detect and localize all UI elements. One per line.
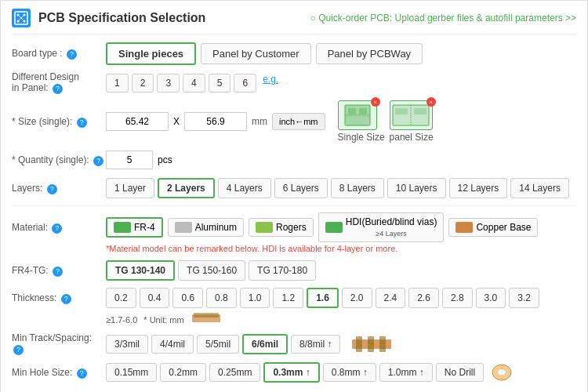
panel-size-preview: × panel Size (390, 100, 434, 143)
qty-unit: pcs (158, 154, 172, 165)
track-88[interactable]: 8/8mil ↑ (291, 335, 340, 354)
hole-help[interactable]: ? (77, 368, 87, 379)
al-icon (175, 222, 192, 233)
thick-16[interactable]: 1.6 (307, 288, 339, 308)
thick-26[interactable]: 2.6 (408, 288, 439, 308)
thickness-help[interactable]: ? (61, 294, 71, 304)
copper-icon (456, 222, 473, 233)
size-label: * Size (single): ? (12, 116, 106, 128)
material-note: *Material model can be remarked below. H… (106, 244, 397, 253)
thick-12[interactable]: 1.2 (273, 288, 303, 308)
thickness-range: ≥1.7-6.0 (106, 315, 137, 325)
board-type-help[interactable]: ? (67, 49, 77, 60)
qty-label: * Quantity (single): ? (12, 154, 106, 166)
design-btn-5[interactable]: 5 (209, 74, 231, 93)
thick-06[interactable]: 0.6 (172, 288, 203, 308)
tg-130[interactable]: TG 130-140 (106, 260, 175, 281)
size-x-input[interactable] (106, 112, 169, 131)
track-44[interactable]: 4/4mil (151, 335, 194, 354)
material-options: FR-4 Aluminum Rogers HDI(Buried/blind vi… (106, 212, 538, 242)
board-type-panel-customer[interactable]: Panel by Customer (201, 43, 311, 64)
track-icon (348, 333, 395, 355)
hole-10[interactable]: 1.0mm ↑ (379, 363, 433, 382)
svg-rect-18 (356, 336, 362, 352)
fr4tg-help[interactable]: ? (53, 267, 63, 277)
hole-08[interactable]: 0.8mm ↑ (323, 363, 376, 382)
thick-10[interactable]: 1.0 (240, 288, 270, 308)
design-btn-2[interactable]: 2 (132, 74, 154, 93)
board-type-single[interactable]: Single pieces (106, 42, 196, 65)
design-help[interactable]: ? (53, 84, 63, 94)
thickness-options: 0.2 0.4 0.6 0.8 1.0 1.2 1.6 2.0 2.4 2.6 … (106, 288, 539, 308)
hole-03[interactable]: 0.3mm ↑ (263, 362, 319, 383)
close-single[interactable]: × (371, 97, 380, 107)
layer-8[interactable]: 8 Layers (331, 178, 384, 198)
qty-input[interactable] (106, 151, 153, 169)
layer-14[interactable]: 14 Layers (510, 178, 569, 198)
quick-order-link[interactable]: ○ Quick-order PCB: Upload gerber files &… (310, 13, 576, 24)
layers-options: 1 Layer 2 Layers 4 Layers 6 Layers 8 Lay… (106, 178, 569, 198)
material-copper[interactable]: Copper Base (448, 218, 538, 237)
material-rogers[interactable]: Rogers (249, 218, 314, 237)
thick-20[interactable]: 2.0 (342, 288, 372, 308)
track-55[interactable]: 5/5mil (197, 335, 239, 354)
svg-rect-9 (359, 108, 367, 114)
layer-10[interactable]: 10 Layers (387, 178, 446, 198)
hole-no-drill[interactable]: No Drill (436, 363, 484, 382)
layer-6[interactable]: 6 Layers (274, 178, 328, 198)
thick-28[interactable]: 2.8 (442, 288, 473, 308)
unit-toggle-btn[interactable]: inch←mm (272, 113, 325, 130)
size-y-input[interactable] (184, 112, 247, 131)
rogers-icon (256, 222, 273, 233)
qty-row: pcs (106, 151, 172, 169)
hole-015[interactable]: 0.15mm (106, 363, 157, 382)
layer-1[interactable]: 1 Layer (106, 178, 154, 198)
thick-24[interactable]: 2.4 (376, 288, 406, 308)
hole-label: Min Hole Size: ? (12, 367, 106, 379)
thickness-label: Thickness: ? (12, 292, 106, 304)
layer-4[interactable]: 4 Layers (218, 178, 271, 198)
hole-02[interactable]: 0.2mm (160, 363, 206, 382)
thick-08[interactable]: 0.8 (206, 288, 237, 308)
thickness-icon (191, 310, 222, 326)
layers-help[interactable]: ? (47, 184, 57, 194)
svg-rect-19 (368, 336, 374, 352)
size-unit: mm (252, 116, 267, 127)
material-fr4[interactable]: FR-4 (106, 217, 163, 238)
single-size-preview: × Single Size (338, 100, 385, 143)
track-66[interactable]: 6/6mil (242, 334, 288, 354)
thick-32[interactable]: 3.2 (509, 288, 539, 308)
tg-150[interactable]: TG 150-160 (178, 260, 245, 281)
hole-025[interactable]: 0.25mm (209, 363, 260, 382)
svg-rect-13 (395, 108, 408, 114)
thick-04[interactable]: 0.4 (140, 288, 170, 308)
svg-rect-14 (414, 108, 426, 114)
svg-rect-16 (194, 313, 219, 318)
thick-30[interactable]: 3.0 (476, 288, 506, 308)
size-inputs: X mm inch←mm × Single Size (106, 100, 434, 143)
tg-170[interactable]: TG 170-180 (249, 260, 316, 281)
track-33[interactable]: 3/3mil (106, 335, 148, 354)
thickness-unit: * Unit: mm (143, 315, 183, 325)
design-label: Different Designin Panel: ? (12, 71, 106, 94)
close-panel[interactable]: × (426, 97, 436, 107)
material-hdi[interactable]: HDI(Buried/blind vias)≥4 Layers (318, 212, 445, 242)
design-btn-3[interactable]: 3 (157, 74, 180, 93)
material-label: Material: ? (12, 222, 106, 234)
design-btn-4[interactable]: 4 (183, 74, 205, 93)
track-help[interactable]: ? (13, 345, 24, 355)
material-help[interactable]: ? (52, 223, 62, 234)
board-type-panel-pcbway[interactable]: Panel by PCBWay (316, 43, 423, 64)
size-help[interactable]: ? (77, 118, 87, 128)
design-btn-6[interactable]: 6 (234, 74, 256, 93)
pcb-icon (12, 9, 31, 27)
eg-link[interactable]: e.g. (263, 74, 278, 93)
design-btn-1[interactable]: 1 (106, 74, 129, 93)
layer-12[interactable]: 12 Layers (449, 178, 508, 198)
svg-rect-8 (348, 108, 356, 114)
layers-label: Layers: ? (12, 183, 106, 194)
qty-help[interactable]: ? (93, 156, 103, 166)
thick-02[interactable]: 0.2 (106, 288, 136, 308)
layer-2[interactable]: 2 Layers (158, 178, 215, 198)
material-aluminum[interactable]: Aluminum (168, 218, 244, 237)
